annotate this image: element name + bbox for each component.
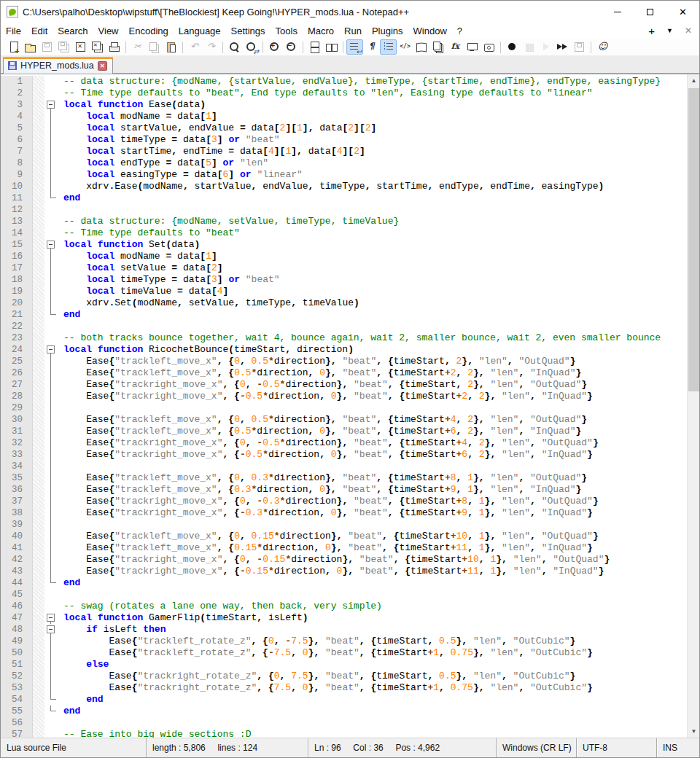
bookmark-margin[interactable] <box>33 262 44 274</box>
fold-margin[interactable] <box>44 636 58 647</box>
fold-margin[interactable] <box>44 122 58 134</box>
bookmark-margin[interactable] <box>33 321 44 332</box>
macro-play-button[interactable] <box>537 39 554 55</box>
fold-margin[interactable] <box>44 577 58 589</box>
monitoring-button[interactable] <box>464 39 481 55</box>
close-button[interactable] <box>72 39 89 55</box>
code-line-text[interactable]: local startTime, endTime = data[4][1], d… <box>63 146 365 157</box>
code-line-text[interactable]: local function RicochetBounce(timeStart,… <box>63 344 354 356</box>
fold-margin[interactable] <box>44 356 58 367</box>
bookmark-margin[interactable] <box>33 659 44 671</box>
bookmark-margin[interactable] <box>33 227 44 239</box>
bookmark-margin[interactable] <box>33 647 44 659</box>
define-language-button[interactable] <box>397 39 413 55</box>
fold-collapse-icon[interactable] <box>47 625 55 633</box>
macro-run-multiple-button[interactable] <box>554 39 571 55</box>
fold-margin[interactable] <box>44 87 58 99</box>
fold-margin[interactable] <box>44 344 58 356</box>
fold-margin[interactable] <box>44 449 58 461</box>
bookmark-margin[interactable] <box>33 414 44 426</box>
fold-margin[interactable] <box>44 682 58 694</box>
bookmark-margin[interactable] <box>33 99 44 111</box>
close-all-button[interactable] <box>89 39 106 55</box>
code-line-text[interactable]: if isLeft then <box>63 624 166 636</box>
function-list-button[interactable] <box>447 39 464 55</box>
bookmark-margin[interactable] <box>33 624 44 636</box>
bookmark-margin[interactable] <box>33 251 44 262</box>
word-wrap-button[interactable] <box>346 39 363 55</box>
fold-margin[interactable] <box>44 367 58 379</box>
bookmark-margin[interactable] <box>33 577 44 589</box>
macro-stop-button[interactable] <box>521 39 537 55</box>
bookmark-margin[interactable] <box>33 671 44 682</box>
fold-margin[interactable] <box>44 694 58 706</box>
bookmark-margin[interactable] <box>33 87 44 99</box>
scroll-down-arrow-icon[interactable]: ▼ <box>688 725 699 738</box>
fold-margin[interactable] <box>44 76 58 87</box>
close-tab-x-icon[interactable]: ✕ <box>685 26 692 36</box>
code-line-text[interactable]: Ease{"trackleft_move_x", {0, 0.5*directi… <box>63 414 587 426</box>
undo-button[interactable] <box>186 39 203 55</box>
code-line-text[interactable]: -- swag (rotates a lane one way, then ba… <box>63 601 382 612</box>
fold-margin[interactable] <box>44 589 58 601</box>
bookmark-margin[interactable] <box>33 309 44 321</box>
close-window-button[interactable]: ✕ <box>666 1 699 23</box>
bookmark-margin[interactable] <box>33 402 44 414</box>
code-line-text[interactable]: end <box>63 706 80 717</box>
fold-margin[interactable] <box>44 216 58 227</box>
code-line-text[interactable]: end <box>63 309 80 321</box>
bookmark-margin[interactable] <box>33 274 44 286</box>
fold-margin[interactable] <box>44 379 58 391</box>
bookmark-margin[interactable] <box>33 122 44 134</box>
menu-item-macro[interactable]: Macro <box>303 24 339 38</box>
bookmark-margin[interactable] <box>33 216 44 227</box>
sync-horizontal-button[interactable] <box>323 39 340 55</box>
code-line-text[interactable]: end <box>63 192 80 204</box>
code-line-text[interactable]: Ease{"trackleft_move_x", {0.5*direction,… <box>63 426 581 437</box>
fold-margin[interactable] <box>44 309 58 321</box>
fold-margin[interactable] <box>44 332 58 344</box>
fold-margin[interactable] <box>44 251 58 262</box>
menu-item-language[interactable]: Language <box>174 24 226 38</box>
save-button[interactable] <box>39 39 55 55</box>
fold-margin[interactable] <box>44 146 58 157</box>
code-line-text[interactable]: local function Ease(data) <box>63 99 206 111</box>
minimize-button[interactable] <box>601 1 634 23</box>
bookmark-margin[interactable] <box>33 111 44 122</box>
bookmark-margin[interactable] <box>33 612 44 624</box>
fold-margin[interactable] <box>44 659 58 671</box>
bookmark-margin[interactable] <box>33 192 44 204</box>
fold-margin[interactable] <box>44 192 58 204</box>
code-line-text[interactable]: Ease{"trackright_move_x", {-0.15*directi… <box>63 566 604 577</box>
bookmark-margin[interactable] <box>33 146 44 157</box>
code-line-text[interactable]: Ease{"trackleft_rotate_z", {0, -7.5}, "b… <box>63 636 575 647</box>
fold-margin[interactable] <box>44 402 58 414</box>
code-line-text[interactable]: Ease{"trackright_move_x", {0, -0.15*dire… <box>63 554 610 566</box>
bookmark-margin[interactable] <box>33 332 44 344</box>
fold-margin[interactable] <box>44 461 58 472</box>
fold-margin[interactable] <box>44 519 58 531</box>
status-insert-mode[interactable]: INS <box>657 738 699 757</box>
fold-margin[interactable] <box>44 99 58 111</box>
document-list-button[interactable] <box>430 39 447 55</box>
bookmark-margin[interactable] <box>33 379 44 391</box>
code-line-text[interactable]: Ease{"trackright_rotate_z", {7.5, 0}, "b… <box>63 682 593 694</box>
bookmark-margin[interactable] <box>33 204 44 216</box>
code-line-text[interactable]: local function GamerFlip(timeStart, isLe… <box>63 612 308 624</box>
bookmark-margin[interactable] <box>33 449 44 461</box>
code-line-text[interactable]: local function Set(data) <box>63 239 200 251</box>
code-line-text[interactable]: Ease{"trackright_move_x", {-0.3*directio… <box>63 507 593 519</box>
open-file-button[interactable] <box>22 39 39 55</box>
show-all-characters-button[interactable] <box>363 39 380 55</box>
fold-margin[interactable] <box>44 169 58 181</box>
menu-item-run[interactable]: Run <box>339 24 367 38</box>
tab-list-dropdown-icon[interactable]: ▼ <box>666 27 673 34</box>
code-line-text[interactable]: Ease{"trackright_move_x", {0, -0.3*direc… <box>63 496 599 507</box>
fold-margin[interactable] <box>44 426 58 437</box>
code-line-text[interactable]: Ease{"trackleft_move_x", {0.5*direction,… <box>63 367 581 379</box>
fold-margin[interactable] <box>44 297 58 309</box>
bookmark-margin[interactable] <box>33 286 44 297</box>
bookmark-margin[interactable] <box>33 367 44 379</box>
indent-guide-button[interactable] <box>380 39 397 55</box>
menu-item-settings[interactable]: Settings <box>226 24 271 38</box>
